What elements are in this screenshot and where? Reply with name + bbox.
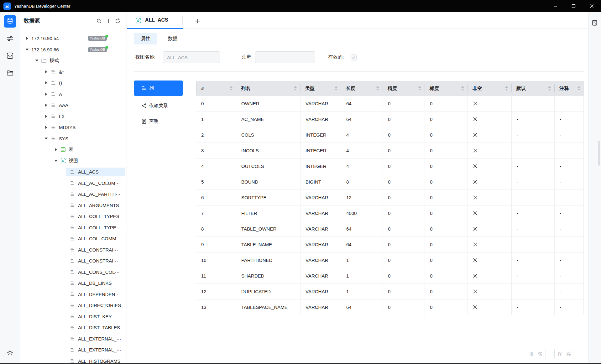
tree-row-AAA[interactable]: AAA <box>19 100 127 111</box>
cell: VARCHAR <box>300 112 341 127</box>
tab-properties[interactable]: 属性 <box>134 33 157 44</box>
rail-item-code[interactable] <box>4 50 16 63</box>
column-header[interactable]: 注释 <box>554 81 584 96</box>
column-header[interactable]: 默认 <box>511 81 554 96</box>
minimize-button[interactable] <box>546 0 564 12</box>
tree-row-ALL_DEPENDEN···[interactable]: ALL_DEPENDEN··· <box>19 289 127 300</box>
valid-checkbox[interactable] <box>351 55 357 60</box>
cell: 4 <box>341 143 383 159</box>
cell: 0 <box>383 237 425 252</box>
cell: SHARDED <box>236 268 300 284</box>
cell: 0 <box>383 205 425 221</box>
tree-label: SYS <box>59 136 68 141</box>
tree-row-视图[interactable]: 视图 <box>19 155 127 167</box>
rail-item-settings[interactable] <box>4 33 16 45</box>
tree-row-ALL_EXTERNAL_···[interactable]: ALL_EXTERNAL_··· <box>19 344 127 356</box>
maximize-button[interactable] <box>564 0 583 12</box>
save-button[interactable]: 保 存 <box>554 349 574 359</box>
scrollbar-thumb[interactable] <box>598 141 600 166</box>
table-row[interactable]: 12DUPLICATEDVARCHAR100-- <box>196 284 584 299</box>
table-row[interactable]: 11SHARDEDVARCHAR100-- <box>196 268 584 284</box>
cell: 6 <box>196 190 236 205</box>
new-tab-button[interactable] <box>194 18 201 24</box>
tree-row-LX[interactable]: LX <box>19 111 127 122</box>
table-row[interactable]: 9TABLE_NAMEVARCHAR6400-- <box>196 237 584 252</box>
tree-label: ALL_ACS <box>78 169 99 174</box>
nav-item-declaration[interactable]: 声明 <box>134 114 183 129</box>
table-row[interactable]: 7FILTERVARCHAR400000-- <box>196 205 584 221</box>
lines-icon <box>70 280 75 286</box>
tree-row-ALL_CONSTRAI···[interactable]: ALL_CONSTRAI··· <box>19 255 127 267</box>
tree-label: AAA <box>59 102 68 108</box>
column-header[interactable]: 列名 <box>236 81 300 96</box>
tree-row-表[interactable]: 表 <box>19 144 127 155</box>
undo-button[interactable]: 撤 销 <box>526 349 546 359</box>
tree-row-ALL_EXTERNAL_···[interactable]: ALL_EXTERNAL_··· <box>19 333 127 345</box>
view-name-input[interactable] <box>163 51 220 63</box>
tree-row-ALL_DIST_TABLES[interactable]: ALL_DIST_TABLES <box>19 322 127 333</box>
table-row[interactable]: 5BOUNDBIGINT800-- <box>196 174 584 190</box>
column-header[interactable]: 长度 <box>341 81 383 96</box>
tree-row-ALL_DIST_KEY_···[interactable]: ALL_DIST_KEY_··· <box>19 311 127 322</box>
search-icon[interactable] <box>96 18 102 24</box>
comment-label: 注释: <box>242 54 253 60</box>
rail-item-folder[interactable] <box>4 67 16 80</box>
tree-row-ALL_DB_LINKS[interactable]: ALL_DB_LINKS <box>19 278 127 289</box>
tree-row-ALL_COLL_TYPES[interactable]: ALL_COLL_TYPES <box>19 211 127 222</box>
table-row[interactable]: 3INCOLSINTEGER400-- <box>196 143 584 159</box>
tree-row-&*[interactable]: &* <box>19 66 127 78</box>
lines-icon <box>70 169 75 175</box>
not-null-x-icon <box>468 127 511 143</box>
table-row[interactable]: 8TABLE_OWNERVARCHAR6400-- <box>196 221 584 237</box>
tree-row-ALL_DIRECTORIES[interactable]: ALL_DIRECTORIES <box>19 300 127 311</box>
tree-row-inner: 172.16.90.66 <box>28 45 86 54</box>
tree-row-ALL_COLL_TYPE···[interactable]: ALL_COLL_TYPE··· <box>19 222 127 233</box>
tree-label: ALL_COL_COMM··· <box>78 236 121 241</box>
cell: INTEGER <box>300 159 341 174</box>
column-header[interactable]: # <box>196 81 236 96</box>
tree-row-ALL_ACS[interactable]: ALL_ACS <box>19 166 127 178</box>
tree-row-()[interactable]: () <box>19 77 127 89</box>
refresh-icon[interactable] <box>115 18 121 24</box>
tree-row-172.16.90.66[interactable]: 172.16.90.66YashanDB <box>19 44 127 55</box>
tree-row-ALL_AC_PARTITI···[interactable]: ALL_AC_PARTITI··· <box>19 189 127 200</box>
tree-row-模式[interactable]: 模式 <box>19 55 127 66</box>
table-row[interactable]: 6SORTTYPEVARCHAR1200-- <box>196 190 584 205</box>
notes-icon[interactable] <box>591 19 598 27</box>
tree-row-inner: ALL_EXTERNAL_··· <box>66 346 127 354</box>
tree-row-SYS[interactable]: SYS <box>19 133 127 144</box>
tree-row-ALL_COL_COMM···[interactable]: ALL_COL_COMM··· <box>19 233 127 244</box>
cell: VARCHAR <box>300 268 341 284</box>
table-row[interactable]: 0OWNERVARCHAR6400-- <box>196 96 584 112</box>
cell: - <box>511 205 554 221</box>
tree-row-ALL_ARGUMENTS[interactable]: ALL_ARGUMENTS <box>19 200 127 211</box>
tree-row-ALL_CONSTRAI···[interactable]: ALL_CONSTRAI··· <box>19 244 127 256</box>
editor-tab-all-acs[interactable]: ALL_ACS <box>127 12 183 29</box>
table-row[interactable]: 4OUTCOLSINTEGER400-- <box>196 159 584 174</box>
column-header[interactable]: 精度 <box>383 81 425 96</box>
table-row[interactable]: 2COLSINTEGER400-- <box>196 127 584 143</box>
table-row[interactable]: 1AC_NAMEVARCHAR6400-- <box>196 112 584 127</box>
tab-data[interactable]: 数据 <box>160 33 185 44</box>
tree-row-ALL_HISTOGRAMS[interactable]: ALL_HISTOGRAMS <box>19 356 127 364</box>
add-icon[interactable] <box>105 18 112 24</box>
tree-row-inner: 视图 <box>57 156 105 165</box>
tree-row-A[interactable]: A <box>19 89 127 100</box>
table-row[interactable]: 13TABLESPACE_NAMEVARCHAR6400-- <box>196 299 584 315</box>
column-header[interactable]: 标度 <box>425 81 468 96</box>
nav-item-columns[interactable]: 列 <box>134 81 183 96</box>
column-header[interactable]: 类型 <box>300 81 341 96</box>
comment-input[interactable] <box>255 51 315 63</box>
tree-row-inner: ALL_AC_COLUM··· <box>66 179 127 187</box>
nav-item-dependencies[interactable]: 依赖关系 <box>134 98 183 113</box>
tree-row-MDSYS[interactable]: MDSYS <box>19 122 127 133</box>
table-row[interactable]: 10PARTITIONEDVARCHAR100-- <box>196 252 584 268</box>
tree-row-ALL_CONS_COL···[interactable]: ALL_CONS_COL··· <box>19 267 127 278</box>
close-button[interactable] <box>583 0 601 12</box>
column-header[interactable]: 非空 <box>468 81 511 96</box>
rail-item-datasource[interactable] <box>4 15 16 28</box>
lines-icon <box>50 136 56 141</box>
rail-item-gear[interactable] <box>4 347 16 360</box>
tree-row-ALL_AC_COLUM···[interactable]: ALL_AC_COLUM··· <box>19 178 127 189</box>
tree-row-172.16.90.54[interactable]: 172.16.90.54YashanDB <box>19 33 127 44</box>
